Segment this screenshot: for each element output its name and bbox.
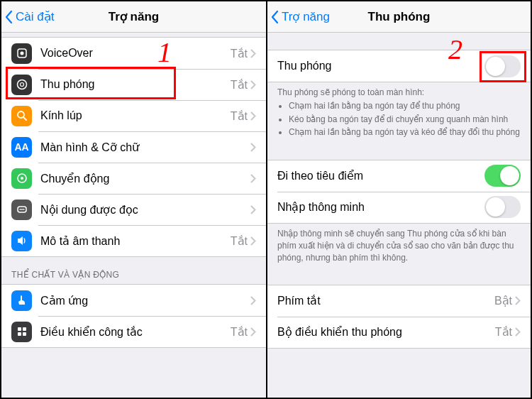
row-label: Bộ điều khiển thu phóng xyxy=(277,325,495,339)
header: Cài đặt Trợ năng xyxy=(1,1,266,33)
row-label: Đi theo tiêu điểm xyxy=(277,169,484,182)
row-display-text[interactable]: AA Màn hình & Cỡ chữ xyxy=(1,131,266,163)
switch-control-icon xyxy=(11,322,32,342)
audio-desc-icon xyxy=(11,231,32,251)
svg-point-2 xyxy=(17,80,26,89)
chevron-right-icon xyxy=(250,49,256,58)
row-voiceover[interactable]: VoiceOver Tắt xyxy=(1,38,266,69)
row-spoken-content[interactable]: Nội dung được đọc xyxy=(1,194,266,225)
svg-rect-13 xyxy=(23,327,26,331)
row-smart-typing[interactable]: Nhập thông minh xyxy=(267,192,531,223)
row-value: Tắt xyxy=(231,47,248,60)
chevron-right-icon xyxy=(515,296,521,305)
row-value: Tắt xyxy=(231,109,248,123)
svg-rect-15 xyxy=(23,332,26,336)
back-label: Trợ năng xyxy=(282,9,330,24)
footer-bullet: Chạm hai lần bằng ba ngón tay để thu phó… xyxy=(289,100,521,112)
zoom-toggle[interactable] xyxy=(484,55,521,77)
row-label: Nội dung được đọc xyxy=(40,203,250,217)
row-label: Nhập thông minh xyxy=(277,200,484,214)
chevron-right-icon xyxy=(250,143,256,152)
row-value: Bật xyxy=(494,294,512,307)
display-text-icon: AA xyxy=(11,137,32,158)
smart-typing-toggle[interactable] xyxy=(484,196,521,218)
row-label: VoiceOver xyxy=(40,47,231,60)
row-motion[interactable]: Chuyển động xyxy=(1,163,266,194)
row-zoom-controller[interactable]: Bộ điều khiển thu phóng Tắt xyxy=(267,317,531,348)
chevron-right-icon xyxy=(250,174,256,183)
chevron-right-icon xyxy=(250,205,256,214)
footer-bullet: Chạm hai lần bằng ba ngón tay và kéo để … xyxy=(289,126,521,138)
panel-accessibility: Cài đặt Trợ năng VoiceOver Tắt Thu phóng… xyxy=(1,1,266,398)
follow-focus-toggle[interactable] xyxy=(484,165,521,187)
chevron-right-icon xyxy=(250,296,256,305)
svg-point-10 xyxy=(21,209,23,210)
row-label: Màn hình & Cỡ chữ xyxy=(40,141,250,154)
row-value: Tắt xyxy=(231,234,248,248)
chevron-right-icon xyxy=(250,236,256,246)
svg-point-9 xyxy=(19,209,21,210)
header: Trợ năng Thu phóng xyxy=(267,1,531,33)
row-value: Tắt xyxy=(231,325,248,339)
footer-bullet: Kéo bằng ba ngón tay để di chuyển xung q… xyxy=(289,114,521,126)
magnifier-icon xyxy=(11,106,32,126)
row-switch-control[interactable]: Điều khiển công tắc Tắt xyxy=(1,316,266,347)
row-zoom-toggle[interactable]: Thu phóng xyxy=(267,50,531,82)
row-label: Phím tắt xyxy=(277,294,494,307)
back-button[interactable]: Trợ năng xyxy=(267,9,330,24)
touch-icon xyxy=(11,290,32,311)
section-header: THỂ CHẤT VÀ VẬN ĐỘNG xyxy=(1,257,266,284)
row-label: Điều khiển công tắc xyxy=(40,325,231,339)
panel-zoom: Trợ năng Thu phóng Thu phóng Thu phóng s… xyxy=(266,1,531,398)
voiceover-icon xyxy=(11,43,32,64)
row-follow-focus[interactable]: Đi theo tiêu điểm xyxy=(267,160,531,192)
row-label: Mô tả âm thanh xyxy=(40,234,231,248)
svg-point-7 xyxy=(21,177,23,180)
svg-point-3 xyxy=(20,83,23,87)
svg-point-1 xyxy=(20,52,23,55)
footer-head: Thu phóng sẽ phóng to toàn màn hình: xyxy=(277,87,521,99)
row-value: Tắt xyxy=(231,78,248,92)
row-label: Cảm ứng xyxy=(40,294,250,307)
row-label: Kính lúp xyxy=(40,109,231,122)
row-label: Chuyển động xyxy=(40,172,250,185)
row-zoom[interactable]: Thu phóng Tắt xyxy=(1,69,266,100)
row-label: Thu phóng xyxy=(40,78,231,91)
svg-rect-14 xyxy=(18,332,21,336)
back-button[interactable]: Cài đặt xyxy=(1,9,54,24)
back-label: Cài đặt xyxy=(16,9,54,24)
chevron-right-icon xyxy=(250,111,256,121)
row-value: Tắt xyxy=(495,325,512,339)
row-magnifier[interactable]: Kính lúp Tắt xyxy=(1,100,266,131)
spoken-content-icon xyxy=(11,200,32,220)
row-shortcut[interactable]: Phím tắt Bật xyxy=(267,285,531,317)
chevron-right-icon xyxy=(250,327,256,337)
svg-rect-12 xyxy=(18,327,21,331)
section-footer: Nhập thông minh sẽ chuyển sang Thu phóng… xyxy=(267,224,531,268)
svg-point-11 xyxy=(23,209,24,210)
chevron-right-icon xyxy=(515,327,521,337)
row-label: Thu phóng xyxy=(277,60,484,72)
zoom-icon xyxy=(11,75,32,95)
motion-icon xyxy=(11,168,32,189)
svg-line-5 xyxy=(23,117,26,120)
section-footer: Thu phóng sẽ phóng to toàn màn hình: Chạ… xyxy=(267,82,531,143)
row-audio-desc[interactable]: Mô tả âm thanh Tắt xyxy=(1,225,266,256)
chevron-right-icon xyxy=(250,80,256,89)
row-touch[interactable]: Cảm ứng xyxy=(1,285,266,316)
